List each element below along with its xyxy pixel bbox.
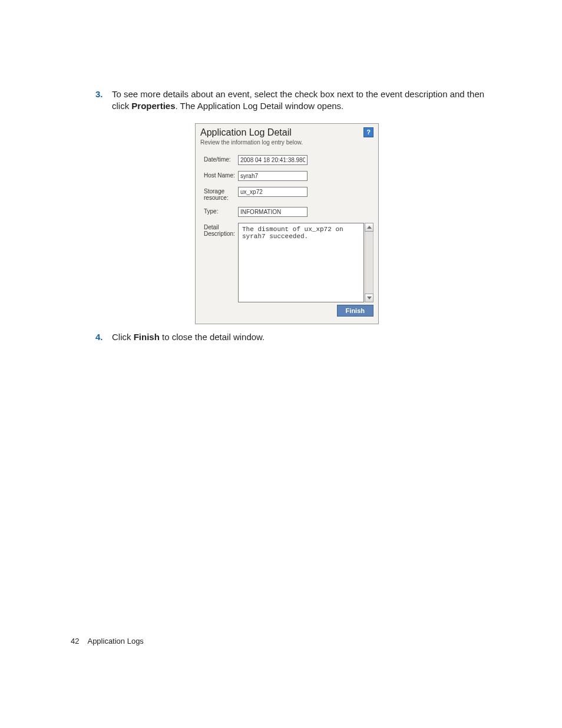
step-number-4: 4.: [95, 331, 112, 343]
dialog-title: Application Log Detail: [200, 127, 363, 138]
storage-field[interactable]: [238, 187, 308, 197]
detail-scrollbar[interactable]: [365, 223, 373, 302]
step-text-4: Click Finish to close the detail window.: [112, 331, 503, 343]
datetime-label: Date/time:: [204, 155, 238, 163]
step4-pretext: Click: [112, 332, 134, 342]
instruction-step-4: 4. Click Finish to close the detail wind…: [95, 331, 503, 343]
detail-description-box[interactable]: The dismount of ux_xp72 on syrah7 succee…: [238, 223, 364, 302]
application-log-detail-dialog: Application Log Detail Review the inform…: [195, 123, 379, 324]
datetime-field[interactable]: [238, 155, 308, 165]
type-field[interactable]: [238, 207, 308, 217]
scroll-up-button[interactable]: [365, 223, 373, 232]
page-footer: 42Application Logs: [71, 637, 144, 645]
help-icon[interactable]: ?: [363, 127, 373, 137]
scroll-down-button[interactable]: [365, 294, 373, 302]
chevron-up-icon: [367, 226, 372, 229]
step3-posttext: . The Application Log Detail window open…: [176, 101, 344, 111]
page-number: 42: [71, 637, 79, 645]
dialog-subtitle: Review the information log entry below.: [200, 139, 363, 146]
hostname-field[interactable]: [238, 171, 308, 181]
storage-label: Storage resource:: [204, 187, 238, 201]
finish-button[interactable]: Finish: [337, 305, 373, 317]
step4-finish-word: Finish: [134, 332, 160, 342]
scroll-track[interactable]: [365, 232, 373, 294]
chevron-down-icon: [367, 297, 372, 299]
step-number-3: 3.: [95, 88, 112, 113]
detail-label: Detail Description:: [204, 223, 238, 237]
hostname-label: Host Name:: [204, 171, 238, 179]
step3-properties-word: Properties: [131, 101, 175, 111]
type-label: Type:: [204, 207, 238, 215]
step-text-3: To see more details about an event, sele…: [112, 88, 503, 113]
instruction-step-3: 3. To see more details about an event, s…: [95, 88, 503, 113]
step4-posttext: to close the detail window.: [160, 332, 265, 342]
section-title: Application Logs: [87, 637, 143, 645]
